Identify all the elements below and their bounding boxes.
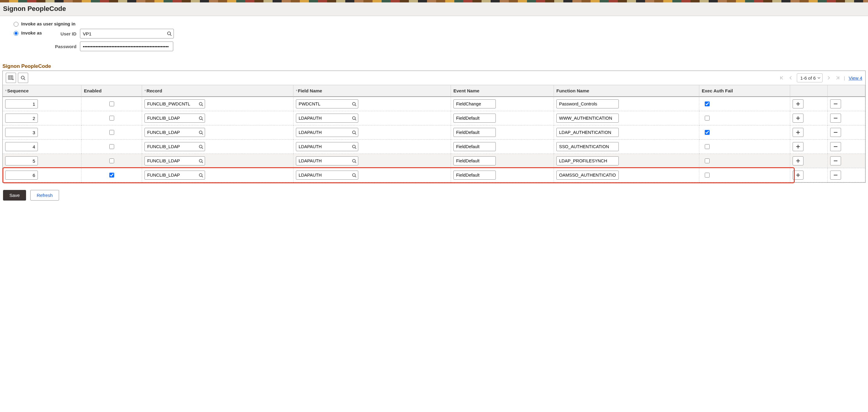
add-row-button[interactable]: [793, 114, 804, 123]
add-row-button[interactable]: [793, 142, 804, 151]
userid-input[interactable]: [80, 29, 165, 38]
enabled-checkbox[interactable]: [109, 158, 114, 163]
record-input[interactable]: [145, 158, 197, 164]
next-page-icon[interactable]: [825, 76, 833, 80]
add-row-button[interactable]: [793, 99, 804, 109]
exec-auth-fail-checkbox[interactable]: [705, 116, 710, 121]
enabled-checkbox[interactable]: [109, 144, 114, 149]
field-lookup[interactable]: [296, 171, 358, 180]
enabled-checkbox[interactable]: [109, 173, 114, 178]
footer-actions: Save Refresh: [0, 183, 868, 204]
record-lookup[interactable]: [145, 171, 205, 180]
sequence-input[interactable]: [5, 114, 38, 123]
exec-auth-fail-checkbox[interactable]: [705, 130, 710, 135]
col-func: Function Name: [556, 88, 589, 93]
search-icon[interactable]: [350, 100, 358, 108]
function-input[interactable]: [556, 156, 619, 166]
enabled-checkbox[interactable]: [109, 130, 114, 135]
function-input[interactable]: [556, 171, 619, 180]
grid-find-button[interactable]: [18, 73, 28, 83]
sequence-input[interactable]: [5, 156, 38, 166]
delete-row-button[interactable]: [830, 142, 841, 151]
record-input[interactable]: [145, 144, 197, 150]
record-lookup[interactable]: [145, 128, 205, 137]
enabled-checkbox[interactable]: [109, 101, 114, 106]
search-icon[interactable]: [350, 114, 358, 122]
invoke-as-option[interactable]: Invoke as: [12, 30, 46, 36]
event-input[interactable]: [454, 142, 496, 151]
delete-row-button[interactable]: [830, 99, 841, 109]
search-icon[interactable]: [197, 142, 205, 151]
search-icon[interactable]: [197, 157, 205, 165]
exec-auth-fail-checkbox[interactable]: [705, 101, 710, 106]
userid-lookup[interactable]: [80, 29, 174, 38]
last-page-icon[interactable]: [833, 76, 842, 80]
event-input[interactable]: [454, 171, 496, 180]
record-lookup[interactable]: [145, 142, 205, 151]
delete-row-button[interactable]: [830, 171, 841, 180]
svg-line-50: [355, 176, 356, 177]
field-input[interactable]: [296, 172, 350, 178]
add-row-button[interactable]: [793, 171, 804, 180]
field-input[interactable]: [296, 144, 350, 150]
function-input[interactable]: [556, 114, 619, 123]
field-input[interactable]: [296, 129, 350, 136]
field-lookup[interactable]: [296, 142, 358, 151]
search-icon[interactable]: [350, 157, 358, 165]
field-lookup[interactable]: [296, 156, 358, 166]
delete-row-button[interactable]: [830, 128, 841, 137]
search-icon[interactable]: [350, 128, 358, 137]
refresh-button[interactable]: Refresh: [30, 190, 59, 201]
sequence-input[interactable]: [5, 171, 38, 180]
search-icon[interactable]: [197, 171, 205, 179]
invoke-as-signing-in-radio[interactable]: [13, 22, 19, 27]
record-lookup[interactable]: [145, 99, 205, 109]
field-lookup[interactable]: [296, 114, 358, 123]
search-icon[interactable]: [165, 29, 174, 38]
event-input[interactable]: [454, 156, 496, 166]
search-icon[interactable]: [197, 100, 205, 108]
function-input[interactable]: [556, 142, 619, 151]
record-input[interactable]: [145, 101, 197, 107]
invoke-as-signing-in-option[interactable]: Invoke as user signing in: [12, 21, 80, 27]
exec-auth-fail-checkbox[interactable]: [705, 158, 710, 163]
search-icon[interactable]: [197, 128, 205, 137]
add-row-button[interactable]: [793, 128, 804, 137]
sequence-input[interactable]: [5, 99, 38, 109]
field-input[interactable]: [296, 115, 350, 121]
record-input[interactable]: [145, 172, 197, 178]
event-input[interactable]: [454, 128, 496, 137]
prev-page-icon[interactable]: [786, 76, 795, 80]
search-icon[interactable]: [350, 171, 358, 179]
svg-point-8: [21, 76, 24, 79]
first-page-icon[interactable]: [777, 76, 786, 80]
invoke-as-radio[interactable]: [13, 31, 19, 36]
exec-auth-fail-checkbox[interactable]: [705, 144, 710, 149]
sequence-input[interactable]: [5, 142, 38, 151]
record-input[interactable]: [145, 129, 197, 136]
record-lookup[interactable]: [145, 156, 205, 166]
event-input[interactable]: [454, 114, 496, 123]
delete-row-button[interactable]: [830, 156, 841, 166]
grid-settings-button[interactable]: [6, 73, 16, 83]
function-input[interactable]: [556, 128, 619, 137]
enabled-checkbox[interactable]: [109, 116, 114, 121]
view-all-link[interactable]: View 4: [847, 76, 862, 81]
row-range-select[interactable]: 1-6 of 6: [797, 73, 823, 82]
event-input[interactable]: [454, 99, 496, 109]
sequence-input[interactable]: [5, 128, 38, 137]
field-input[interactable]: [296, 158, 350, 164]
save-button[interactable]: Save: [3, 190, 26, 201]
record-lookup[interactable]: [145, 114, 205, 123]
field-lookup[interactable]: [296, 99, 358, 109]
password-input[interactable]: [80, 41, 173, 51]
field-lookup[interactable]: [296, 128, 358, 137]
exec-auth-fail-checkbox[interactable]: [705, 173, 710, 178]
delete-row-button[interactable]: [830, 114, 841, 123]
record-input[interactable]: [145, 115, 197, 121]
field-input[interactable]: [296, 101, 350, 107]
search-icon[interactable]: [350, 142, 358, 151]
add-row-button[interactable]: [793, 156, 804, 166]
search-icon[interactable]: [197, 114, 205, 122]
function-input[interactable]: [556, 99, 619, 109]
